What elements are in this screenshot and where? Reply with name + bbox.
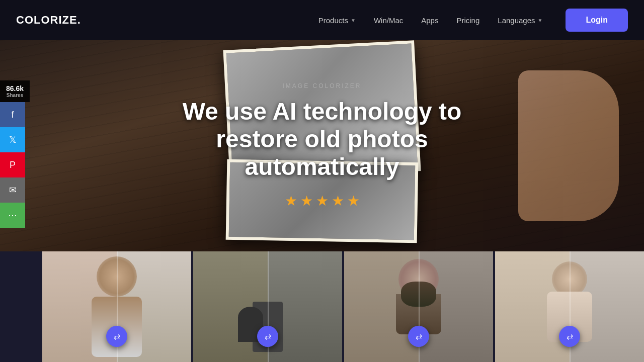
generic-share-button[interactable]: ⋯ bbox=[0, 203, 25, 228]
star-4: ★ bbox=[332, 193, 344, 209]
swap-icon-2: ⇄ bbox=[265, 332, 271, 341]
email-share-button[interactable]: ✉ bbox=[0, 177, 25, 203]
swap-icon-3: ⇄ bbox=[416, 332, 422, 341]
nav-pricing[interactable]: Pricing bbox=[449, 12, 487, 29]
languages-chevron-icon: ▼ bbox=[538, 18, 543, 23]
gallery-section: ⇄ ⇄ ⇄ ⇄ bbox=[0, 251, 644, 362]
products-chevron-icon: ▼ bbox=[351, 18, 356, 23]
facebook-share-button[interactable]: f bbox=[0, 102, 25, 127]
gallery-item-4: ⇄ bbox=[495, 251, 644, 362]
twitter-share-button[interactable]: 𝕏 bbox=[0, 127, 25, 152]
star-1: ★ bbox=[285, 193, 297, 209]
star-5: ★ bbox=[347, 193, 360, 209]
nav-languages[interactable]: Languages ▼ bbox=[491, 12, 549, 29]
hero-section: IMAGE COLORIZER We use AI technology to … bbox=[0, 40, 644, 251]
swap-button-1[interactable]: ⇄ bbox=[106, 326, 127, 347]
swap-button-3[interactable]: ⇄ bbox=[408, 326, 429, 347]
login-button[interactable]: Login bbox=[566, 9, 628, 32]
social-sidebar: 86.6k Shares f 𝕏 P ✉ ⋯ bbox=[0, 80, 30, 228]
shares-label: Shares bbox=[6, 93, 24, 98]
gallery-item-3: ⇄ bbox=[344, 251, 493, 362]
facebook-icon: f bbox=[11, 110, 14, 120]
hand-overlay bbox=[518, 70, 619, 221]
share-count: 86.6k Shares bbox=[0, 80, 30, 102]
hero-title: We use AI technology to restore old phot… bbox=[146, 98, 498, 181]
star-2: ★ bbox=[300, 193, 313, 209]
swap-icon-1: ⇄ bbox=[114, 332, 120, 341]
swap-button-2[interactable]: ⇄ bbox=[257, 326, 278, 347]
gallery-item-1: ⇄ bbox=[42, 251, 191, 362]
nav-products[interactable]: Products ▼ bbox=[311, 12, 363, 29]
pinterest-icon: P bbox=[10, 160, 16, 170]
pinterest-share-button[interactable]: P bbox=[0, 152, 25, 177]
email-icon: ✉ bbox=[9, 185, 17, 196]
star-rating: ★ ★ ★ ★ ★ bbox=[146, 193, 498, 209]
hero-content: IMAGE COLORIZER We use AI technology to … bbox=[146, 82, 498, 210]
gallery-item-2: ⇄ bbox=[193, 251, 342, 362]
hero-eyebrow: IMAGE COLORIZER bbox=[146, 82, 498, 89]
nav-apps[interactable]: Apps bbox=[414, 12, 445, 29]
star-3: ★ bbox=[316, 193, 329, 209]
swap-button-4[interactable]: ⇄ bbox=[559, 326, 580, 347]
logo: COLORIZE. bbox=[16, 14, 81, 27]
twitter-icon: 𝕏 bbox=[9, 134, 17, 145]
nav-winmac[interactable]: Win/Mac bbox=[367, 12, 410, 29]
main-nav: Products ▼ Win/Mac Apps Pricing Language… bbox=[311, 12, 550, 29]
header: COLORIZE. Products ▼ Win/Mac Apps Pricin… bbox=[0, 0, 644, 40]
share-icon: ⋯ bbox=[8, 210, 17, 221]
swap-icon-4: ⇄ bbox=[567, 332, 573, 341]
